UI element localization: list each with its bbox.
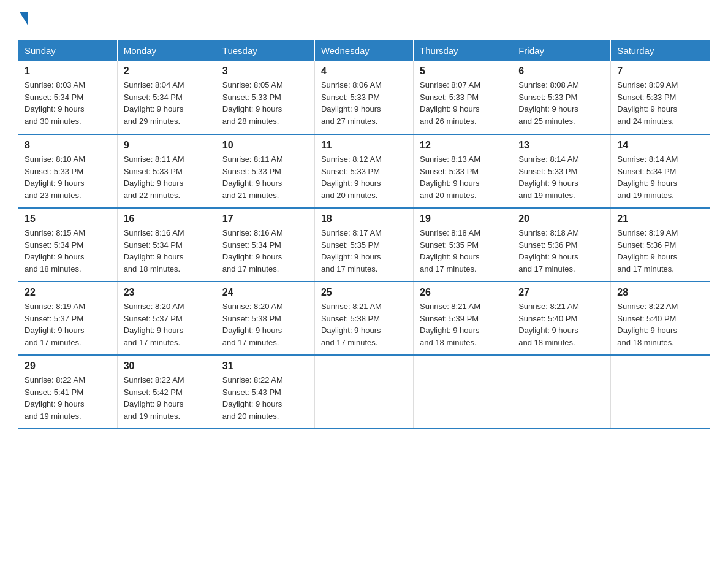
- header-tuesday: Tuesday: [216, 40, 314, 61]
- calendar-cell: [314, 355, 413, 429]
- header-saturday: Saturday: [611, 40, 710, 61]
- calendar-cell: 27 Sunrise: 8:21 AMSunset: 5:40 PMDaylig…: [512, 282, 611, 355]
- day-info: Sunrise: 8:18 AMSunset: 5:35 PMDaylight:…: [420, 227, 506, 275]
- day-number: 17: [222, 213, 308, 224]
- day-info: Sunrise: 8:19 AMSunset: 5:36 PMDaylight:…: [617, 227, 703, 275]
- day-info: Sunrise: 8:07 AMSunset: 5:33 PMDaylight:…: [420, 79, 506, 127]
- day-number: 9: [124, 140, 210, 151]
- day-number: 27: [518, 287, 604, 298]
- day-number: 10: [222, 140, 308, 151]
- calendar-cell: 22 Sunrise: 8:19 AMSunset: 5:37 PMDaylig…: [18, 282, 117, 355]
- day-info: Sunrise: 8:16 AMSunset: 5:34 PMDaylight:…: [222, 227, 308, 275]
- logo: [18, 12, 28, 28]
- calendar-week-row: 29 Sunrise: 8:22 AMSunset: 5:41 PMDaylig…: [18, 355, 710, 429]
- day-info: Sunrise: 8:17 AMSunset: 5:35 PMDaylight:…: [321, 227, 407, 275]
- day-number: 14: [617, 140, 703, 151]
- day-info: Sunrise: 8:22 AMSunset: 5:41 PMDaylight:…: [25, 374, 111, 422]
- day-info: Sunrise: 8:09 AMSunset: 5:33 PMDaylight:…: [617, 79, 703, 127]
- day-info: Sunrise: 8:14 AMSunset: 5:34 PMDaylight:…: [617, 153, 703, 201]
- day-number: 8: [25, 140, 111, 151]
- calendar-cell: 17 Sunrise: 8:16 AMSunset: 5:34 PMDaylig…: [216, 208, 314, 282]
- day-number: 26: [420, 287, 506, 298]
- calendar-cell: 16 Sunrise: 8:16 AMSunset: 5:34 PMDaylig…: [117, 208, 216, 282]
- calendar-cell: 4 Sunrise: 8:06 AMSunset: 5:33 PMDayligh…: [314, 61, 413, 134]
- day-number: 5: [420, 66, 506, 77]
- day-number: 28: [617, 287, 703, 298]
- calendar-week-row: 15 Sunrise: 8:15 AMSunset: 5:34 PMDaylig…: [18, 208, 710, 282]
- day-number: 7: [617, 66, 703, 77]
- header-thursday: Thursday: [414, 40, 512, 61]
- calendar-cell: 20 Sunrise: 8:18 AMSunset: 5:36 PMDaylig…: [512, 208, 611, 282]
- day-info: Sunrise: 8:04 AMSunset: 5:34 PMDaylight:…: [124, 79, 210, 127]
- day-info: Sunrise: 8:21 AMSunset: 5:39 PMDaylight:…: [420, 301, 506, 348]
- day-info: Sunrise: 8:03 AMSunset: 5:34 PMDaylight:…: [25, 79, 111, 127]
- day-info: Sunrise: 8:11 AMSunset: 5:33 PMDaylight:…: [222, 153, 308, 201]
- day-number: 1: [25, 66, 111, 77]
- calendar-cell: 29 Sunrise: 8:22 AMSunset: 5:41 PMDaylig…: [18, 355, 117, 429]
- day-number: 6: [518, 66, 604, 77]
- calendar-cell: [512, 355, 611, 429]
- day-number: 4: [321, 66, 407, 77]
- day-info: Sunrise: 8:21 AMSunset: 5:38 PMDaylight:…: [321, 301, 407, 348]
- calendar-cell: 21 Sunrise: 8:19 AMSunset: 5:36 PMDaylig…: [611, 208, 710, 282]
- calendar-cell: 7 Sunrise: 8:09 AMSunset: 5:33 PMDayligh…: [611, 61, 710, 134]
- day-number: 2: [124, 66, 210, 77]
- calendar-cell: 6 Sunrise: 8:08 AMSunset: 5:33 PMDayligh…: [512, 61, 611, 134]
- calendar-cell: 13 Sunrise: 8:14 AMSunset: 5:33 PMDaylig…: [512, 134, 611, 208]
- calendar-cell: 25 Sunrise: 8:21 AMSunset: 5:38 PMDaylig…: [314, 282, 413, 355]
- day-info: Sunrise: 8:11 AMSunset: 5:33 PMDaylight:…: [124, 153, 210, 201]
- calendar-week-row: 1 Sunrise: 8:03 AMSunset: 5:34 PMDayligh…: [18, 61, 710, 134]
- calendar-table: Sunday Monday Tuesday Wednesday Thursday…: [18, 40, 710, 429]
- day-number: 31: [222, 361, 308, 372]
- calendar-cell: 3 Sunrise: 8:05 AMSunset: 5:33 PMDayligh…: [216, 61, 314, 134]
- calendar-cell: 9 Sunrise: 8:11 AMSunset: 5:33 PMDayligh…: [117, 134, 216, 208]
- day-number: 3: [222, 66, 308, 77]
- calendar-cell: [414, 355, 512, 429]
- day-number: 30: [124, 361, 210, 372]
- calendar-cell: 11 Sunrise: 8:12 AMSunset: 5:33 PMDaylig…: [314, 134, 413, 208]
- day-info: Sunrise: 8:14 AMSunset: 5:33 PMDaylight:…: [518, 153, 604, 201]
- day-number: 16: [124, 213, 210, 224]
- day-info: Sunrise: 8:10 AMSunset: 5:33 PMDaylight:…: [25, 153, 111, 201]
- calendar-week-row: 8 Sunrise: 8:10 AMSunset: 5:33 PMDayligh…: [18, 134, 710, 208]
- day-info: Sunrise: 8:16 AMSunset: 5:34 PMDaylight:…: [124, 227, 210, 275]
- page-header: [18, 12, 710, 28]
- logo-arrow-icon: [20, 12, 28, 26]
- day-number: 23: [124, 287, 210, 298]
- calendar-cell: 1 Sunrise: 8:03 AMSunset: 5:34 PMDayligh…: [18, 61, 117, 134]
- day-info: Sunrise: 8:06 AMSunset: 5:33 PMDaylight:…: [321, 79, 407, 127]
- day-number: 18: [321, 213, 407, 224]
- calendar-cell: 30 Sunrise: 8:22 AMSunset: 5:42 PMDaylig…: [117, 355, 216, 429]
- day-info: Sunrise: 8:18 AMSunset: 5:36 PMDaylight:…: [518, 227, 604, 275]
- day-info: Sunrise: 8:13 AMSunset: 5:33 PMDaylight:…: [420, 153, 506, 201]
- calendar-cell: 12 Sunrise: 8:13 AMSunset: 5:33 PMDaylig…: [414, 134, 512, 208]
- calendar-cell: 31 Sunrise: 8:22 AMSunset: 5:43 PMDaylig…: [216, 355, 314, 429]
- calendar-week-row: 22 Sunrise: 8:19 AMSunset: 5:37 PMDaylig…: [18, 282, 710, 355]
- day-number: 15: [25, 213, 111, 224]
- day-number: 21: [617, 213, 703, 224]
- header-wednesday: Wednesday: [314, 40, 413, 61]
- day-info: Sunrise: 8:08 AMSunset: 5:33 PMDaylight:…: [518, 79, 604, 127]
- calendar-cell: [611, 355, 710, 429]
- day-info: Sunrise: 8:20 AMSunset: 5:37 PMDaylight:…: [124, 301, 210, 348]
- calendar-cell: 14 Sunrise: 8:14 AMSunset: 5:34 PMDaylig…: [611, 134, 710, 208]
- calendar-cell: 26 Sunrise: 8:21 AMSunset: 5:39 PMDaylig…: [414, 282, 512, 355]
- day-number: 24: [222, 287, 308, 298]
- calendar-cell: 28 Sunrise: 8:22 AMSunset: 5:40 PMDaylig…: [611, 282, 710, 355]
- day-info: Sunrise: 8:15 AMSunset: 5:34 PMDaylight:…: [25, 227, 111, 275]
- calendar-cell: 2 Sunrise: 8:04 AMSunset: 5:34 PMDayligh…: [117, 61, 216, 134]
- calendar-cell: 5 Sunrise: 8:07 AMSunset: 5:33 PMDayligh…: [414, 61, 512, 134]
- calendar-cell: 8 Sunrise: 8:10 AMSunset: 5:33 PMDayligh…: [18, 134, 117, 208]
- header-friday: Friday: [512, 40, 611, 61]
- day-number: 20: [518, 213, 604, 224]
- day-info: Sunrise: 8:05 AMSunset: 5:33 PMDaylight:…: [222, 79, 308, 127]
- header-sunday: Sunday: [18, 40, 117, 61]
- day-number: 12: [420, 140, 506, 151]
- day-number: 11: [321, 140, 407, 151]
- day-info: Sunrise: 8:21 AMSunset: 5:40 PMDaylight:…: [518, 301, 604, 348]
- day-info: Sunrise: 8:22 AMSunset: 5:40 PMDaylight:…: [617, 301, 703, 348]
- day-number: 25: [321, 287, 407, 298]
- day-number: 29: [25, 361, 111, 372]
- calendar-cell: 15 Sunrise: 8:15 AMSunset: 5:34 PMDaylig…: [18, 208, 117, 282]
- day-number: 19: [420, 213, 506, 224]
